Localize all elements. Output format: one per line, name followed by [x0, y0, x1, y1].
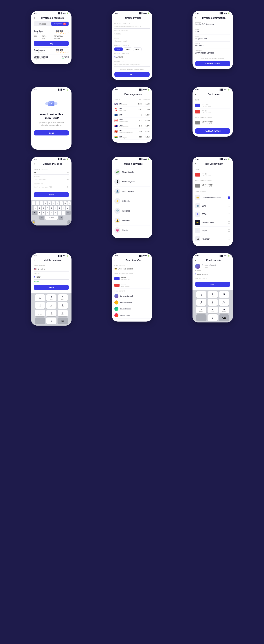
- entrepreneur-card-1[interactable]: US **** ***7534 54 857.24 USD ⋮: [195, 120, 230, 126]
- amount-input[interactable]: [197, 274, 230, 276]
- key-b[interactable]: B: [54, 211, 57, 215]
- key-x[interactable]: X: [42, 211, 45, 215]
- key-o[interactable]: O: [64, 201, 67, 205]
- back-button[interactable]: ‹: [114, 162, 115, 165]
- np2-5[interactable]: 5JKL: [208, 299, 218, 306]
- key-c[interactable]: C: [46, 211, 49, 215]
- key-k[interactable]: K: [62, 206, 65, 210]
- payment-iban[interactable]: 🏦 IBAN payment: [114, 186, 150, 196]
- key-delete[interactable]: ⌫: [66, 211, 70, 215]
- tab-invoices[interactable]: Invoices: [34, 22, 51, 26]
- back-button[interactable]: ‹: [114, 16, 115, 20]
- key-a[interactable]: A: [34, 206, 37, 210]
- radio-sepa[interactable]: [228, 213, 230, 216]
- method-paypal[interactable]: P Paypal: [195, 226, 230, 235]
- key-q[interactable]: Q: [32, 201, 35, 205]
- radio-payoneer[interactable]: [228, 238, 230, 240]
- amount-input[interactable]: [116, 56, 150, 58]
- key-v[interactable]: V: [50, 211, 53, 215]
- my-card-2[interactable]: **** *** 1 657.61 EUR: [114, 282, 150, 288]
- back-button[interactable]: ‹: [34, 258, 35, 262]
- currency-eur[interactable]: EUR: [124, 48, 132, 51]
- back-button[interactable]: ‹: [34, 16, 35, 20]
- payment-insurance[interactable]: 🛡️ Insurance: [114, 206, 150, 216]
- topup-card-1[interactable]: **** 5554 1 857.61 EUR: [195, 172, 230, 178]
- key-s[interactable]: S: [38, 206, 41, 210]
- topup-entrepreneur-1[interactable]: US **** ***7534 54 857.24 USD: [195, 182, 230, 189]
- np-2[interactable]: 2ABC: [46, 294, 56, 301]
- np2-6[interactable]: 6MNO: [219, 299, 229, 306]
- key-g[interactable]: G: [50, 206, 53, 210]
- key-n[interactable]: N: [58, 211, 61, 215]
- np-5[interactable]: 5JKL: [46, 302, 56, 309]
- confirm-pin-input[interactable]: [34, 185, 69, 189]
- np2-delete[interactable]: ⌫: [219, 314, 229, 321]
- back-button[interactable]: ‹: [195, 258, 196, 262]
- desc-input[interactable]: [114, 62, 150, 66]
- key-m[interactable]: M: [62, 211, 65, 215]
- np-9[interactable]: 9WXYZ: [58, 310, 68, 316]
- key-h[interactable]: H: [54, 206, 57, 210]
- entrepreneur-card-more[interactable]: ⋮: [227, 121, 230, 124]
- amount-input[interactable]: [36, 276, 69, 278]
- np2-2[interactable]: 2ABC: [208, 291, 218, 298]
- done-button[interactable]: Done: [34, 130, 69, 136]
- card-item-1[interactable]: **** 7535 4 863.27 USD ⋮: [195, 102, 230, 108]
- key-j[interactable]: J: [58, 206, 61, 210]
- key-w[interactable]: W: [36, 201, 39, 205]
- next-button[interactable]: Next: [114, 72, 150, 77]
- key-y[interactable]: Y: [52, 201, 55, 205]
- back-button[interactable]: ‹: [34, 162, 35, 165]
- card-more-1[interactable]: ⋮: [227, 104, 230, 107]
- currency-gbp[interactable]: GBP: [133, 48, 142, 51]
- payment-charity[interactable]: 💗 Charity: [114, 226, 150, 235]
- save-pin-button[interactable]: Save: [34, 192, 69, 197]
- card-number-input[interactable]: [118, 268, 150, 270]
- np-3[interactable]: 3DEF: [58, 294, 68, 301]
- phone-input[interactable]: [40, 268, 69, 270]
- back-button[interactable]: ‹: [195, 162, 196, 165]
- key-123[interactable]: 123: [40, 216, 44, 220]
- radio-card-another-bank[interactable]: [228, 196, 230, 199]
- back-button[interactable]: ‹: [195, 92, 196, 96]
- back-button[interactable]: ‹: [114, 258, 115, 262]
- back-button[interactable]: ‹: [195, 16, 196, 20]
- payment-utility[interactable]: ⚡ Utility bills: [114, 196, 150, 206]
- currency-usd[interactable]: USD: [114, 48, 123, 51]
- payment-money-transfer[interactable]: 💸 Money transfer: [114, 167, 150, 177]
- new-pin-input[interactable]: [34, 178, 69, 182]
- key-u[interactable]: U: [56, 201, 59, 205]
- send-button[interactable]: Send: [195, 282, 230, 287]
- np-7[interactable]: 7PQRS: [35, 310, 45, 316]
- np-delete[interactable]: ⌫: [58, 318, 68, 324]
- key-d[interactable]: D: [42, 206, 45, 210]
- np2-1[interactable]: 1: [196, 291, 206, 298]
- key-z[interactable]: Z: [38, 211, 41, 215]
- eye-icon-current[interactable]: 👁: [67, 171, 69, 174]
- key-emoji[interactable]: 😊: [32, 220, 35, 224]
- key-p[interactable]: P: [68, 201, 71, 205]
- method-card-another-bank[interactable]: 💳 Card from another bank: [195, 194, 230, 202]
- np2-0[interactable]: 0: [208, 314, 218, 321]
- np-6[interactable]: 6MNO: [58, 302, 68, 309]
- key-e[interactable]: E: [40, 201, 43, 205]
- key-mic[interactable]: 🎤: [68, 220, 71, 224]
- card-item-2[interactable]: **** 5554 1 857.61 EUR ⋮: [195, 108, 230, 115]
- key-r[interactable]: R: [44, 201, 47, 205]
- np2-9[interactable]: 9WXYZ: [219, 307, 229, 313]
- np2-7[interactable]: 7PQRS: [196, 307, 206, 313]
- method-payoneer[interactable]: ◎ Payoneer: [195, 235, 230, 243]
- np-1[interactable]: 1: [35, 294, 45, 301]
- tab-requests[interactable]: Requests 1: [51, 22, 68, 26]
- np2-8[interactable]: 8TUV: [208, 307, 218, 313]
- current-pin-input[interactable]: [34, 170, 69, 174]
- country-input[interactable]: [114, 32, 150, 36]
- np-8[interactable]: 8TUV: [46, 310, 56, 316]
- key-shift[interactable]: ⬆: [32, 211, 37, 215]
- add-card-button[interactable]: + Add A New Card: [195, 128, 230, 134]
- company-input[interactable]: [114, 24, 150, 28]
- key-i[interactable]: I: [60, 201, 63, 205]
- key-space[interactable]: space: [45, 216, 58, 220]
- method-western-union[interactable]: WU Western Union: [195, 218, 230, 226]
- confirm-send-button[interactable]: Confirm & Send: [195, 61, 230, 66]
